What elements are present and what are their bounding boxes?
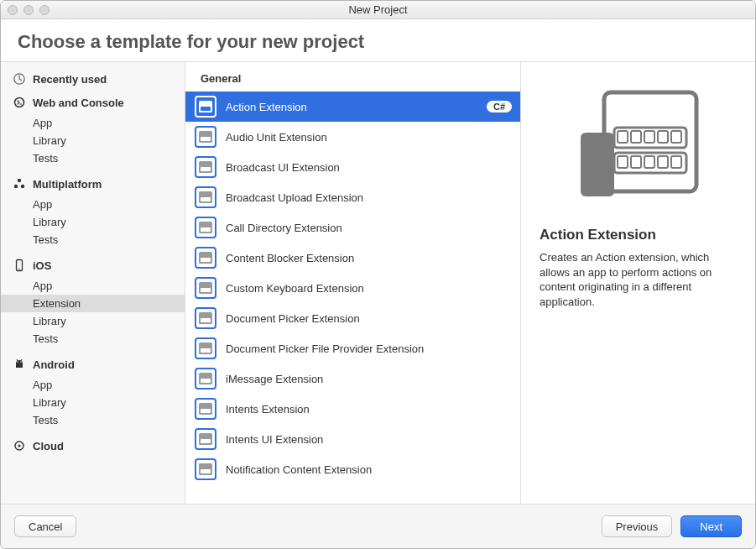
svg-rect-60 <box>618 156 628 168</box>
template-icon <box>194 427 217 451</box>
svg-rect-55 <box>618 131 628 143</box>
sidebar-item[interactable]: Library <box>1 312 185 330</box>
template-item[interactable]: Intents UI Extension <box>185 424 520 454</box>
template-icon <box>194 155 217 179</box>
template-icon <box>194 246 217 269</box>
sidebar-item[interactable]: Library <box>1 394 185 411</box>
template-label: Broadcast Upload Extension <box>226 191 512 204</box>
sidebar-item[interactable]: Tests <box>1 149 185 167</box>
svg-rect-57 <box>644 131 654 143</box>
template-list-panel: General Action ExtensionC#Audio Unit Ext… <box>185 62 521 504</box>
template-list[interactable]: Action ExtensionC#Audio Unit ExtensionBr… <box>185 92 520 504</box>
svg-rect-30 <box>201 258 211 262</box>
sidebar-label: Web and Console <box>33 97 124 109</box>
template-label: Intents UI Extension <box>226 433 512 446</box>
template-item[interactable]: iMessage Extension <box>185 363 520 394</box>
svg-rect-33 <box>201 288 211 292</box>
cancel-button[interactable]: Cancel <box>14 515 76 537</box>
template-item[interactable]: Action ExtensionC# <box>185 92 520 122</box>
sidebar-item[interactable]: Tests <box>1 330 185 348</box>
sidebar-item[interactable]: App <box>1 277 185 295</box>
template-item[interactable]: Broadcast Upload Extension <box>185 182 520 212</box>
phone-icon <box>13 259 26 272</box>
sidebar-section-heading[interactable]: Cloud <box>1 434 185 458</box>
svg-rect-27 <box>201 227 211 232</box>
sidebar-item-recent[interactable]: Recently used <box>1 67 185 91</box>
template-detail-title: Action Extension <box>540 227 737 243</box>
svg-point-3 <box>14 185 18 188</box>
svg-rect-56 <box>631 131 641 143</box>
template-label: Intents Extension <box>226 403 512 416</box>
sidebar-item[interactable]: Library <box>1 132 185 149</box>
template-label: Audio Unit Extension <box>226 131 512 144</box>
category-sidebar: Recently used Web and ConsoleAppLibraryT… <box>1 62 185 504</box>
svg-rect-18 <box>201 137 211 141</box>
svg-rect-42 <box>201 379 211 383</box>
svg-point-8 <box>20 361 21 362</box>
svg-rect-58 <box>658 131 668 143</box>
template-label: Content Blocker Extension <box>226 252 512 264</box>
svg-point-7 <box>17 361 18 362</box>
template-label: Call Directory Extension <box>226 222 512 234</box>
sidebar-item[interactable]: Library <box>1 213 185 231</box>
sidebar-section-heading[interactable]: Multiplatform <box>1 172 185 196</box>
template-label: Broadcast UI Extension <box>226 161 512 174</box>
template-label: Notification Content Extension <box>226 463 512 476</box>
svg-rect-62 <box>644 156 654 168</box>
new-project-window: New Project Choose a template for your n… <box>0 0 756 549</box>
template-label: iMessage Extension <box>226 373 512 385</box>
template-detail-panel: Action Extension Creates an Action exten… <box>521 62 755 504</box>
template-item[interactable]: Custom Keyboard Extension <box>185 273 520 303</box>
template-label: Custom Keyboard Extension <box>226 282 512 295</box>
template-icon <box>194 306 217 330</box>
previous-button[interactable]: Previous <box>602 515 673 537</box>
dialog-header: Choose a template for your new project <box>1 19 755 61</box>
svg-rect-21 <box>201 167 211 171</box>
template-item[interactable]: Document Picker File Provider Extension <box>185 333 520 363</box>
sidebar-label: Multiplatform <box>33 178 102 191</box>
sidebar-section-heading[interactable]: iOS <box>1 254 185 277</box>
template-item[interactable]: Call Directory Extension <box>185 212 520 243</box>
sidebar-item[interactable]: App <box>1 196 185 213</box>
svg-line-9 <box>17 359 18 361</box>
template-label: Document Picker File Provider Extension <box>226 342 512 355</box>
sidebar-item[interactable]: App <box>1 114 185 132</box>
language-badge: C# <box>487 101 512 112</box>
template-icon <box>194 458 217 481</box>
sidebar-section-heading[interactable]: Android <box>1 353 185 376</box>
svg-rect-51 <box>201 469 211 473</box>
template-item[interactable]: Intents Extension <box>185 394 520 424</box>
next-button[interactable]: Next <box>680 515 742 537</box>
template-icon <box>194 95 217 118</box>
template-item[interactable]: Content Blocker Extension <box>185 243 520 273</box>
sidebar-item[interactable]: App <box>1 376 185 394</box>
template-icon <box>194 186 217 209</box>
template-icon <box>194 216 217 239</box>
template-icon <box>194 125 217 149</box>
template-item[interactable]: Audio Unit Extension <box>185 122 520 152</box>
svg-rect-65 <box>581 133 614 196</box>
svg-point-4 <box>21 185 24 188</box>
template-item[interactable]: Broadcast UI Extension <box>185 152 520 182</box>
template-illustration <box>540 87 737 205</box>
sidebar-item[interactable]: Extension <box>1 295 185 312</box>
sidebar-item[interactable]: Tests <box>1 231 185 248</box>
svg-line-10 <box>21 359 22 361</box>
page-title: Choose a template for your new project <box>18 31 738 53</box>
sidebar-section-heading[interactable]: Web and Console <box>1 91 185 114</box>
svg-rect-15 <box>201 107 211 111</box>
svg-point-6 <box>18 269 20 270</box>
template-icon <box>194 337 217 360</box>
template-item[interactable]: Document Picker Extension <box>185 303 520 333</box>
template-item[interactable]: Notification Content Extension <box>185 454 520 484</box>
svg-rect-64 <box>671 156 681 168</box>
template-detail-description: Creates an Action extension, which allow… <box>540 250 737 309</box>
svg-rect-59 <box>671 131 681 143</box>
tri-icon <box>13 177 26 191</box>
svg-rect-45 <box>201 409 211 413</box>
svg-rect-24 <box>201 197 211 201</box>
sidebar-item[interactable]: Tests <box>1 411 185 429</box>
titlebar: New Project <box>1 1 755 19</box>
android-icon <box>13 358 26 371</box>
template-icon <box>194 276 217 300</box>
